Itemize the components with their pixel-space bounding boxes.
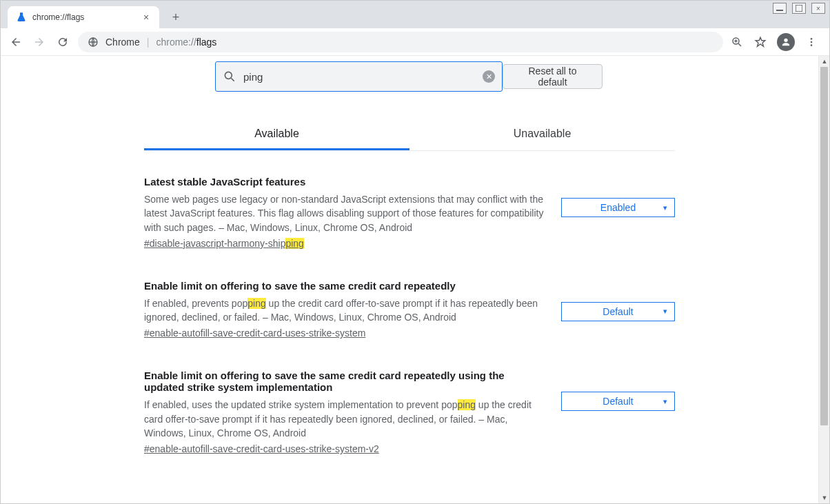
- svg-line-12: [232, 79, 234, 81]
- scroll-thumb[interactable]: [820, 67, 828, 425]
- flag-permalink[interactable]: #enable-autofill-save-credit-card-uses-s…: [144, 327, 365, 339]
- svg-point-10: [811, 44, 813, 46]
- flag-description: If enabled, uses the updated strike syst…: [144, 398, 547, 440]
- tab-unavailable[interactable]: Unavailable: [409, 119, 675, 150]
- search-input[interactable]: [243, 71, 483, 83]
- window-controls: ×: [773, 3, 825, 14]
- svg-point-11: [225, 72, 232, 79]
- close-icon[interactable]: ×: [141, 12, 151, 22]
- search-box[interactable]: ✕: [215, 61, 503, 92]
- svg-line-4: [738, 43, 741, 46]
- minimize-icon[interactable]: [773, 3, 787, 14]
- maximize-icon[interactable]: [792, 3, 806, 14]
- toolbar: Chrome | chrome://flags: [1, 28, 829, 56]
- flask-icon: [16, 12, 27, 23]
- browser-tab[interactable]: chrome://flags ×: [8, 6, 159, 28]
- page-content: ✕ Reset all to default Available Unavail…: [1, 56, 818, 503]
- globe-icon: [88, 37, 99, 48]
- flag-title: Latest stable JavaScript features: [144, 176, 547, 188]
- toolbar-right: [730, 33, 822, 51]
- svg-point-8: [811, 38, 813, 40]
- scroll-down-icon[interactable]: ▼: [819, 492, 830, 503]
- star-icon[interactable]: [753, 35, 767, 49]
- flag-item: Latest stable JavaScript featuresSome we…: [144, 176, 675, 250]
- new-tab-button[interactable]: +: [166, 8, 185, 27]
- url-text: chrome://flags: [156, 37, 216, 48]
- titlebar: chrome://flags × + ×: [1, 1, 829, 28]
- forward-button[interactable]: [31, 34, 48, 50]
- menu-icon[interactable]: [804, 35, 818, 49]
- flag-item: Enable limit on offering to save the sam…: [144, 280, 675, 340]
- flag-permalink[interactable]: #enable-autofill-save-credit-card-uses-s…: [144, 443, 379, 454]
- zoom-icon[interactable]: [730, 35, 744, 49]
- reset-button[interactable]: Reset all to default: [503, 64, 603, 89]
- scrollbar[interactable]: ▲ ▼: [818, 56, 829, 503]
- flag-select[interactable]: Default: [561, 392, 675, 411]
- search-icon: [223, 70, 236, 83]
- search-row: ✕ Reset all to default: [72, 56, 747, 100]
- tabs-row: Available Unavailable: [144, 119, 675, 151]
- flags-list: Latest stable JavaScript featuresSome we…: [144, 151, 675, 455]
- back-button[interactable]: [8, 34, 24, 50]
- clear-icon[interactable]: ✕: [483, 70, 495, 83]
- window-close-icon[interactable]: ×: [811, 3, 825, 14]
- svg-rect-0: [776, 10, 783, 11]
- scroll-up-icon[interactable]: ▲: [819, 56, 830, 67]
- chrome-label: Chrome: [105, 37, 140, 48]
- flag-description: If enabled, prevents popping up the cred…: [144, 296, 547, 325]
- flag-title: Enable limit on offering to save the sam…: [144, 280, 547, 292]
- profile-avatar[interactable]: [777, 33, 795, 51]
- flag-permalink[interactable]: #disable-javascript-harmony-shipping: [144, 238, 304, 249]
- reload-button[interactable]: [54, 34, 71, 50]
- flag-title: Enable limit on offering to save the sam…: [144, 370, 547, 393]
- svg-rect-1: [796, 5, 802, 12]
- svg-point-9: [811, 41, 813, 43]
- flag-item: Enable limit on offering to save the sam…: [144, 370, 675, 455]
- tab-available[interactable]: Available: [144, 119, 409, 150]
- tab-title: chrome://flags: [32, 12, 141, 22]
- flag-description: Some web pages use legacy or non-standar…: [144, 192, 547, 234]
- address-bar[interactable]: Chrome | chrome://flags: [78, 32, 723, 52]
- flag-select[interactable]: Enabled: [561, 198, 675, 217]
- svg-point-7: [784, 38, 787, 41]
- flag-select[interactable]: Default: [561, 302, 675, 321]
